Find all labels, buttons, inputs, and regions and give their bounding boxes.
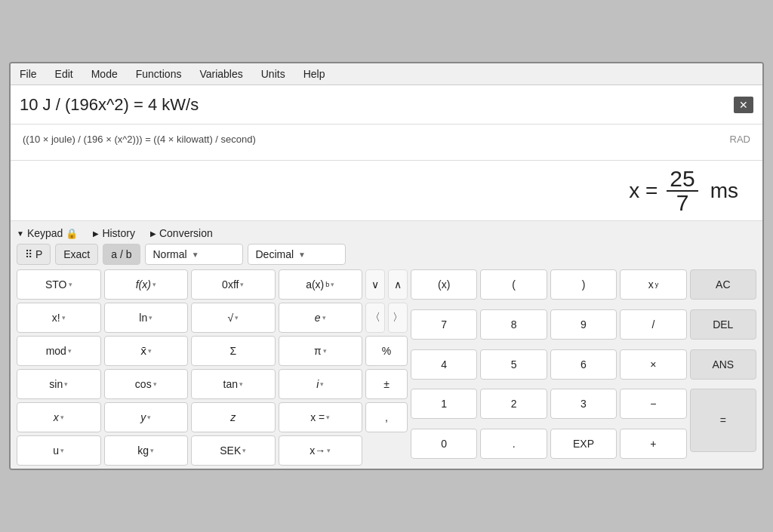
key-open-paren[interactable]: ( xyxy=(480,269,547,300)
key-kg[interactable]: kg ▾ xyxy=(104,435,189,466)
history-toggle[interactable]: ▶ History xyxy=(93,227,135,239)
key-0[interactable]: 0 xyxy=(411,429,477,459)
key-divide[interactable]: / xyxy=(620,309,686,340)
fraction-numerator: 25 xyxy=(667,168,698,192)
left-keypad: STO ▾ f(x) ▾ 0xff ▾ a(x)b ▾ x! ▾ ln ▾ √ … xyxy=(17,269,362,466)
result-formula: x = 25 7 ms xyxy=(629,168,738,214)
menu-functions[interactable]: Functions xyxy=(133,66,185,81)
key-parens-x[interactable]: (x) xyxy=(411,269,477,300)
key-axb[interactable]: a(x)b ▾ xyxy=(279,269,363,300)
menu-variables[interactable]: Variables xyxy=(196,66,245,81)
key-sqrt[interactable]: √ ▾ xyxy=(191,303,276,333)
clear-button[interactable]: ✕ xyxy=(734,97,753,113)
key-z[interactable]: z xyxy=(191,402,276,432)
key-sek[interactable]: SEK ▾ xyxy=(191,435,276,466)
key-5[interactable]: 5 xyxy=(480,349,547,380)
key-8[interactable]: 8 xyxy=(480,309,547,340)
key-pi[interactable]: π ▾ xyxy=(279,336,363,366)
history-label: History xyxy=(102,227,135,239)
key-fx[interactable]: f(x) ▾ xyxy=(104,269,189,300)
decimal-select[interactable]: Decimal ▼ xyxy=(248,244,346,265)
keypad-toggle[interactable]: ▼ Keypad 🔒 xyxy=(17,227,78,239)
key-right[interactable]: 〉 xyxy=(388,303,408,333)
key-equals[interactable]: = xyxy=(690,389,756,452)
expression-input[interactable] xyxy=(20,95,734,115)
app-container: File Edit Mode Functions Variables Units… xyxy=(9,62,764,470)
key-dot[interactable]: . xyxy=(480,429,547,459)
key-factorial[interactable]: x! ▾ xyxy=(17,303,101,333)
key-up[interactable]: ∧ xyxy=(388,269,408,300)
key-7[interactable]: 7 xyxy=(411,309,477,340)
decimal-label: Decimal xyxy=(256,248,294,260)
key-multiply[interactable]: × xyxy=(620,349,686,380)
menu-edit[interactable]: Edit xyxy=(52,66,76,81)
key-x[interactable]: x ▾ xyxy=(17,402,101,432)
key-9[interactable]: 9 xyxy=(550,309,617,340)
keypad-section: ▼ Keypad 🔒 ▶ History ▶ Conversion ⠿ P Ex… xyxy=(11,221,762,469)
right-keypad: (x) ( ) xy AC 7 8 9 / DEL 4 5 6 × ANS 1 … xyxy=(411,269,756,466)
fraction-denominator: 7 xyxy=(673,192,692,214)
key-e[interactable]: e ▾ xyxy=(279,303,363,333)
key-exp[interactable]: EXP xyxy=(550,429,617,459)
key-percent[interactable]: % xyxy=(365,336,408,366)
key-mod[interactable]: mod ▾ xyxy=(17,336,101,366)
key-xarrow[interactable]: x→ ▾ xyxy=(279,435,363,466)
result-display: x = 25 7 ms xyxy=(11,161,762,221)
ab-button[interactable]: a / b xyxy=(103,244,140,265)
parsed-result-area: ((10 × joule) / (196 × (x^2))) = ((4 × k… xyxy=(11,125,762,161)
key-left[interactable]: 〈 xyxy=(365,303,385,333)
key-plusminus[interactable]: ± xyxy=(365,369,408,399)
keypad-arrow-icon: ▼ xyxy=(17,229,24,238)
key-down[interactable]: ∨ xyxy=(365,269,385,300)
keypad-container: STO ▾ f(x) ▾ 0xff ▾ a(x)b ▾ x! ▾ ln ▾ √ … xyxy=(17,269,756,466)
key-close-paren[interactable]: ) xyxy=(550,269,617,300)
key-3[interactable]: 3 xyxy=(550,389,617,419)
toolbar-row: ⠿ P Exact a / b Normal ▼ Decimal ▼ xyxy=(17,244,756,265)
conversion-toggle[interactable]: ▶ Conversion xyxy=(150,227,213,239)
key-0xff[interactable]: 0xff ▾ xyxy=(191,269,276,300)
key-comma[interactable]: , xyxy=(365,402,408,432)
key-2[interactable]: 2 xyxy=(480,389,547,419)
menubar: File Edit Mode Functions Variables Units… xyxy=(11,63,762,85)
angle-mode-label: RAD xyxy=(730,131,750,145)
x-equals-label: x = xyxy=(629,179,658,203)
exact-button[interactable]: Exact xyxy=(55,244,98,265)
key-ac[interactable]: AC xyxy=(690,269,756,300)
key-minus[interactable]: − xyxy=(620,389,686,419)
result-unit: ms xyxy=(710,179,738,203)
key-sigma[interactable]: Σ xyxy=(191,336,276,366)
menu-mode[interactable]: Mode xyxy=(88,66,121,81)
center-nav: ∨ ∧ 〈 〉 % ± , xyxy=(365,269,408,466)
key-i[interactable]: i ▾ xyxy=(279,369,363,399)
key-sto[interactable]: STO ▾ xyxy=(17,269,101,300)
key-6[interactable]: 6 xyxy=(550,349,617,380)
normal-select[interactable]: Normal ▼ xyxy=(145,244,243,265)
key-xbar[interactable]: x̄ ▾ xyxy=(104,336,189,366)
normal-label: Normal xyxy=(153,248,187,260)
key-sin[interactable]: sin ▾ xyxy=(17,369,101,399)
key-plus[interactable]: + xyxy=(620,429,686,459)
key-ans[interactable]: ANS xyxy=(690,349,756,380)
history-arrow-icon: ▶ xyxy=(93,229,99,238)
key-y[interactable]: y ▾ xyxy=(104,402,189,432)
menu-help[interactable]: Help xyxy=(300,66,328,81)
key-u[interactable]: u ▾ xyxy=(17,435,101,466)
key-cos[interactable]: cos ▾ xyxy=(104,369,189,399)
conversion-arrow-icon: ▶ xyxy=(150,229,156,238)
keypad-header: ▼ Keypad 🔒 ▶ History ▶ Conversion xyxy=(17,224,756,244)
fraction-result: 25 7 xyxy=(667,168,698,214)
normal-dropdown-icon: ▼ xyxy=(192,251,199,259)
key-1[interactable]: 1 xyxy=(411,389,477,419)
conversion-label: Conversion xyxy=(159,227,213,239)
key-ln[interactable]: ln ▾ xyxy=(104,303,189,333)
key-xeq[interactable]: x = ▾ xyxy=(279,402,363,432)
p-mode-button[interactable]: ⠿ P xyxy=(17,244,51,265)
lock-icon: 🔒 xyxy=(66,228,78,239)
menu-units[interactable]: Units xyxy=(258,66,288,81)
key-del[interactable]: DEL xyxy=(690,309,756,340)
key-xy[interactable]: xy xyxy=(620,269,686,300)
key-tan[interactable]: tan ▾ xyxy=(191,369,276,399)
key-4[interactable]: 4 xyxy=(411,349,477,380)
input-area: ✕ xyxy=(11,85,762,125)
menu-file[interactable]: File xyxy=(17,66,40,81)
